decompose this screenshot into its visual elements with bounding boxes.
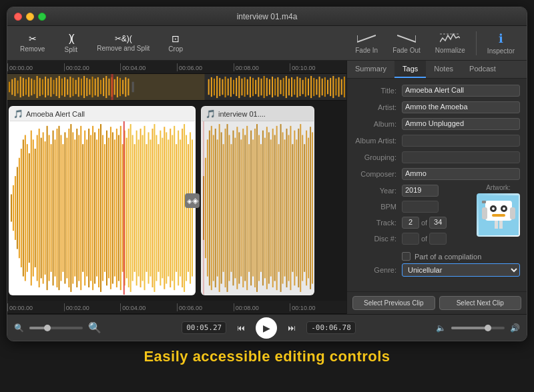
clip-interview[interactable]: 🎵 interview 01.... <box>201 106 314 295</box>
split-button[interactable]: )( Split <box>53 29 88 57</box>
right-tools: Fade In Fade Out Normalize ℹ Inspector <box>348 29 521 57</box>
crop-button[interactable]: ⊡ Crop <box>158 30 193 56</box>
svg-rect-234 <box>278 144 280 272</box>
svg-rect-219 <box>248 144 250 272</box>
title-field[interactable]: Amoeba Alert Call <box>402 85 520 97</box>
svg-rect-129 <box>64 132 65 283</box>
ruler-mark-2: 00:04.00 <box>120 63 177 71</box>
volume-slider[interactable] <box>451 327 505 329</box>
svg-rect-252 <box>203 121 204 295</box>
svg-rect-237 <box>284 139 286 276</box>
normalize-button[interactable]: Normalize <box>429 30 472 57</box>
zoom-slider[interactable] <box>29 327 83 329</box>
app-window: interview 01.m4a ✂ Remove )( Split ✂&)( … <box>7 7 527 341</box>
svg-rect-12 <box>28 77 29 97</box>
svg-rect-172 <box>150 139 151 276</box>
svg-rect-38 <box>100 80 101 94</box>
genre-label: Genre: <box>354 266 402 274</box>
fade-out-button[interactable]: Fade Out <box>386 30 427 57</box>
svg-rect-211 <box>232 131 234 286</box>
artist-field[interactable]: Ammo the Amoeba <box>402 101 520 113</box>
svg-rect-175 <box>156 135 157 281</box>
clips-row: 🎵 Amoeba Alert Call <box>7 101 346 301</box>
genre-select[interactable]: Unicellular <box>402 263 520 277</box>
svg-rect-214 <box>238 132 240 283</box>
svg-rect-239 <box>288 135 289 281</box>
svg-rect-106 <box>19 158 20 259</box>
svg-rect-97 <box>335 79 336 95</box>
remove-button[interactable]: ✂ Remove <box>13 30 52 56</box>
fade-in-button[interactable]: Fade In <box>348 30 384 57</box>
svg-rect-157 <box>120 126 121 290</box>
field-row-year-artwork: Year: 2019 BPM Track: 2 <box>354 184 520 249</box>
svg-rect-200 <box>211 126 212 290</box>
select-next-clip-button[interactable]: Select Next Clip <box>439 296 522 310</box>
bpm-field[interactable] <box>402 201 439 213</box>
tab-podcast[interactable]: Podcast <box>461 61 504 78</box>
svg-rect-246 <box>302 135 303 281</box>
rewind-button[interactable]: ⏮ <box>232 319 250 337</box>
svg-rect-209 <box>229 135 230 281</box>
svg-rect-263 <box>510 207 515 219</box>
tab-summary[interactable]: Summary <box>347 61 394 78</box>
grouping-field[interactable] <box>402 151 520 163</box>
svg-rect-216 <box>242 129 244 287</box>
svg-rect-103 <box>13 185 14 231</box>
svg-rect-250 <box>310 127 311 289</box>
disc-num-field[interactable] <box>402 233 419 245</box>
remove-and-split-button[interactable]: ✂&)( Remove and Split <box>89 31 157 55</box>
tab-notes[interactable]: Notes <box>426 61 461 78</box>
svg-rect-154 <box>114 139 115 276</box>
composer-field[interactable]: Ammo <box>402 168 520 180</box>
svg-rect-247 <box>304 144 305 272</box>
svg-rect-121 <box>49 135 50 281</box>
svg-rect-199 <box>209 131 210 286</box>
tab-tags[interactable]: Tags <box>394 61 426 78</box>
zoom-in-icon[interactable]: 🔍 <box>88 321 101 334</box>
scrubber-handle[interactable]: ◈ <box>185 193 200 208</box>
svg-rect-165 <box>136 131 138 286</box>
disc-total-field[interactable] <box>429 233 447 245</box>
compilation-checkbox[interactable] <box>402 252 411 261</box>
svg-rect-144 <box>94 132 95 283</box>
svg-rect-62 <box>238 76 240 98</box>
svg-rect-71 <box>264 76 265 98</box>
disc-of-label: of <box>421 235 427 243</box>
remove-and-split-icon: ✂&)( <box>115 34 132 43</box>
bottom-ruler-mark-0: 00:00.00 <box>7 303 64 311</box>
compilation-row: Part of a compilation <box>402 252 520 261</box>
close-button[interactable] <box>14 13 22 21</box>
svg-rect-169 <box>144 126 146 290</box>
svg-rect-126 <box>58 126 59 290</box>
track-num-field[interactable]: 2 <box>402 217 419 229</box>
zoom-out-icon[interactable]: 🔍 <box>14 323 24 333</box>
inspector-button[interactable]: ℹ Inspector <box>481 29 521 57</box>
svg-rect-185 <box>176 144 177 272</box>
bottom-ruler: 00:00.00 00:02.00 00:04.00 00:06.00 00:0… <box>7 301 346 314</box>
svg-rect-100 <box>344 77 345 97</box>
fast-forward-button[interactable]: ⏭ <box>282 319 301 337</box>
svg-rect-145 <box>96 139 97 276</box>
clip-buttons: Select Previous Clip Select Next Clip <box>347 291 527 314</box>
svg-rect-227 <box>264 138 266 279</box>
play-button[interactable]: ▶ <box>256 317 277 339</box>
minimize-button[interactable] <box>26 13 34 21</box>
select-prev-clip-button[interactable]: Select Previous Clip <box>352 296 435 310</box>
split-label: Split <box>65 46 77 53</box>
album-artist-field[interactable] <box>402 135 520 147</box>
svg-rect-221 <box>252 139 254 276</box>
fade-in-label: Fade In <box>355 47 378 54</box>
svg-rect-21 <box>53 80 54 94</box>
svg-rect-72 <box>266 78 268 96</box>
album-field[interactable]: Ammo Unplugged <box>402 118 520 130</box>
year-field[interactable]: 2019 <box>402 185 439 197</box>
clip-amoeba[interactable]: 🎵 Amoeba Alert Call <box>9 106 196 295</box>
svg-rect-64 <box>244 77 246 97</box>
svg-rect-153 <box>112 132 113 283</box>
maximize-button[interactable] <box>38 13 46 21</box>
svg-rect-206 <box>223 144 224 272</box>
svg-rect-44 <box>117 77 118 97</box>
track-total-field[interactable]: 34 <box>429 217 447 229</box>
bottom-ruler-mark-4: 00:08.00 <box>234 303 290 311</box>
svg-rect-238 <box>286 129 287 287</box>
